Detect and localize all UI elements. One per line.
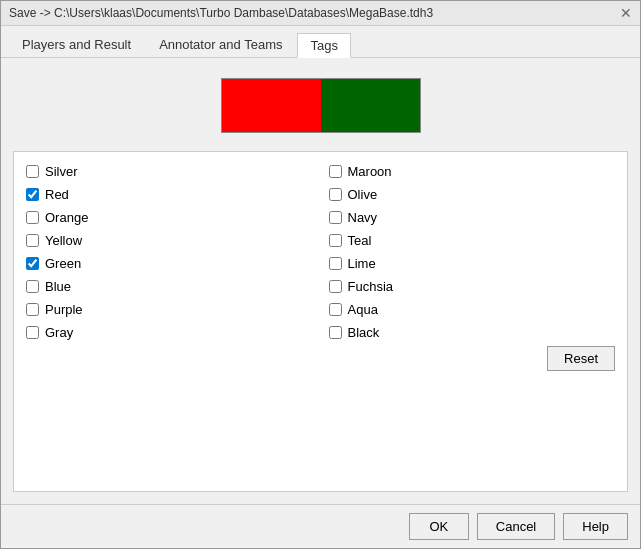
footer: OK Cancel Help xyxy=(1,504,640,548)
tab-annotator[interactable]: Annotator and Teams xyxy=(146,32,295,57)
help-button[interactable]: Help xyxy=(563,513,628,540)
reset-button[interactable]: Reset xyxy=(547,346,615,371)
checkbox-maroon[interactable]: Maroon xyxy=(329,164,616,179)
color-boxes xyxy=(221,78,421,133)
purple-checkbox[interactable] xyxy=(26,303,39,316)
silver-label: Silver xyxy=(45,164,78,179)
cancel-button[interactable]: Cancel xyxy=(477,513,555,540)
checkbox-lime[interactable]: Lime xyxy=(329,256,616,271)
teal-label: Teal xyxy=(348,233,372,248)
checkbox-gray[interactable]: Gray xyxy=(26,325,313,340)
checkbox-teal[interactable]: Teal xyxy=(329,233,616,248)
black-checkbox[interactable] xyxy=(329,326,342,339)
checkbox-orange[interactable]: Orange xyxy=(26,210,313,225)
checkbox-silver[interactable]: Silver xyxy=(26,164,313,179)
checkbox-fuchsia[interactable]: Fuchsia xyxy=(329,279,616,294)
purple-label: Purple xyxy=(45,302,83,317)
blue-checkbox[interactable] xyxy=(26,280,39,293)
tab-players[interactable]: Players and Result xyxy=(9,32,144,57)
color-box-red xyxy=(222,79,321,132)
teal-checkbox[interactable] xyxy=(329,234,342,247)
aqua-label: Aqua xyxy=(348,302,378,317)
maroon-label: Maroon xyxy=(348,164,392,179)
checkbox-blue[interactable]: Blue xyxy=(26,279,313,294)
blue-label: Blue xyxy=(45,279,71,294)
olive-label: Olive xyxy=(348,187,378,202)
checkbox-purple[interactable]: Purple xyxy=(26,302,313,317)
olive-checkbox[interactable] xyxy=(329,188,342,201)
checkbox-olive[interactable]: Olive xyxy=(329,187,616,202)
fuchsia-label: Fuchsia xyxy=(348,279,394,294)
gray-checkbox[interactable] xyxy=(26,326,39,339)
main-window: Save -> C:\Users\klaas\Documents\Turbo D… xyxy=(0,0,641,549)
silver-checkbox[interactable] xyxy=(26,165,39,178)
yellow-label: Yellow xyxy=(45,233,82,248)
red-checkbox[interactable] xyxy=(26,188,39,201)
checkbox-navy[interactable]: Navy xyxy=(329,210,616,225)
checkbox-green[interactable]: Green xyxy=(26,256,313,271)
green-label: Green xyxy=(45,256,81,271)
close-button[interactable]: ✕ xyxy=(620,5,632,21)
tab-tags[interactable]: Tags xyxy=(297,33,350,58)
navy-checkbox[interactable] xyxy=(329,211,342,224)
aqua-checkbox[interactable] xyxy=(329,303,342,316)
checkbox-red[interactable]: Red xyxy=(26,187,313,202)
green-checkbox[interactable] xyxy=(26,257,39,270)
window-title: Save -> C:\Users\klaas\Documents\Turbo D… xyxy=(9,6,433,20)
orange-label: Orange xyxy=(45,210,88,225)
tab-content: Silver Maroon Red Olive Orange xyxy=(1,58,640,504)
color-box-green xyxy=(321,79,420,132)
checkbox-yellow[interactable]: Yellow xyxy=(26,233,313,248)
checkboxes-grid: Silver Maroon Red Olive Orange xyxy=(26,164,615,340)
checkbox-aqua[interactable]: Aqua xyxy=(329,302,616,317)
maroon-checkbox[interactable] xyxy=(329,165,342,178)
yellow-checkbox[interactable] xyxy=(26,234,39,247)
checkbox-black[interactable]: Black xyxy=(329,325,616,340)
orange-checkbox[interactable] xyxy=(26,211,39,224)
navy-label: Navy xyxy=(348,210,378,225)
color-preview xyxy=(13,78,628,133)
tabs-bar: Players and Result Annotator and Teams T… xyxy=(1,26,640,58)
red-label: Red xyxy=(45,187,69,202)
black-label: Black xyxy=(348,325,380,340)
lime-checkbox[interactable] xyxy=(329,257,342,270)
title-bar: Save -> C:\Users\klaas\Documents\Turbo D… xyxy=(1,1,640,26)
checkboxes-panel: Silver Maroon Red Olive Orange xyxy=(13,151,628,492)
gray-label: Gray xyxy=(45,325,73,340)
fuchsia-checkbox[interactable] xyxy=(329,280,342,293)
reset-row: Reset xyxy=(26,346,615,371)
lime-label: Lime xyxy=(348,256,376,271)
ok-button[interactable]: OK xyxy=(409,513,469,540)
